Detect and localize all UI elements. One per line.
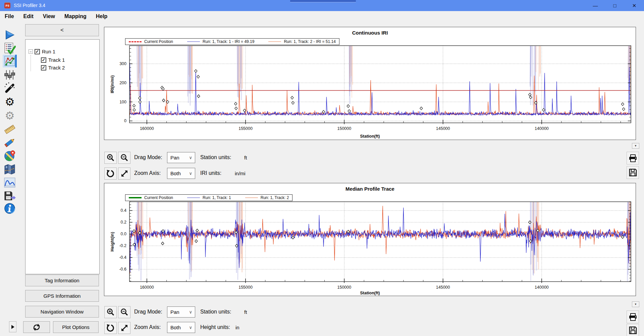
tree-item-track2[interactable]: ✓ Track 2	[41, 65, 65, 70]
auto-process-button[interactable]	[3, 81, 17, 94]
collapse-sidebar-button[interactable]: <	[25, 24, 99, 36]
maximize-button[interactable]: □	[605, 0, 625, 11]
gear-outline-icon: ⚙	[5, 96, 15, 107]
settings-button[interactable]: ⚙	[3, 109, 17, 122]
report-button[interactable]	[3, 42, 17, 55]
chart2-print-button[interactable]	[627, 310, 639, 323]
zoom-out-icon	[120, 308, 128, 316]
track2-checkbox[interactable]: ✓	[41, 65, 46, 70]
chart2-zoom-axis-select[interactable]: Both ∨	[167, 322, 195, 333]
svg-text:0.2: 0.2	[121, 220, 126, 225]
chart1-zoom-in-button[interactable]	[104, 152, 117, 164]
navigation-window-button[interactable]: Navigation Window	[25, 306, 99, 318]
undo-icon	[106, 324, 115, 332]
app-icon: P3	[4, 3, 10, 8]
adjust-button[interactable]	[3, 68, 17, 81]
sliders-icon	[4, 69, 15, 80]
drag-mode-value: Pan	[170, 309, 179, 315]
chart2-zoom-axis-label: Zoom Axis:	[134, 324, 161, 330]
zoom-in-icon	[107, 154, 115, 162]
chevron-down-icon: ∨	[189, 309, 192, 315]
svg-text:150000: 150000	[337, 126, 352, 131]
svg-text:-0.2: -0.2	[119, 243, 126, 248]
tag-information-button[interactable]: Tag Information	[25, 275, 99, 286]
tree-item-track1[interactable]: ✓ Track 1	[41, 57, 65, 63]
menu-file[interactable]: File	[5, 13, 14, 19]
chevron-down-icon: ∨	[189, 325, 192, 330]
continuous-iri-plot[interactable]: 1600001550001500001450001400000100200300…	[104, 27, 636, 141]
svg-text:-0.4: -0.4	[119, 255, 126, 260]
folded-map-icon	[4, 163, 16, 175]
chart1-zoom-axis-label: Zoom Axis:	[134, 170, 161, 176]
measure-button[interactable]	[3, 123, 17, 136]
chart1-drag-mode-select[interactable]: Pan ∨	[167, 152, 195, 163]
median-profile-panel: Median Profile Trace Current PositionRun…	[104, 183, 636, 296]
menu-bar: File Edit View Mapping Help	[0, 11, 644, 22]
export-button[interactable]	[3, 190, 17, 202]
tree-collapse-icon[interactable]: −	[29, 49, 33, 54]
chart2-options-dropdown[interactable]: ▼	[632, 301, 639, 307]
run1-checkbox[interactable]: ✓	[35, 49, 40, 54]
chart2-save-button[interactable]	[627, 324, 639, 336]
tree-item-run1[interactable]: − ✓ Run 1	[29, 49, 55, 54]
menu-edit[interactable]: Edit	[23, 13, 34, 19]
median-profile-plot[interactable]: 1600001550001500001450001400000.40.20.0-…	[104, 183, 636, 297]
run-button[interactable]	[3, 29, 17, 41]
chart2-reset-button[interactable]	[104, 322, 117, 334]
save-icon	[629, 168, 637, 177]
refresh-button[interactable]	[23, 321, 50, 333]
pencil-icon	[4, 137, 16, 148]
gear-icon: ⚙	[5, 110, 15, 121]
menu-help[interactable]: Help	[96, 13, 108, 19]
chart2-drag-mode-select[interactable]: Pan ∨	[167, 306, 195, 318]
chart2-drag-mode-label: Drag Mode:	[134, 309, 162, 315]
about-button[interactable]	[3, 202, 17, 215]
arrow-right-icon	[11, 325, 14, 329]
magic-wand-icon	[4, 82, 15, 93]
svg-text:0: 0	[124, 118, 126, 123]
tree-label-run1: Run 1	[42, 49, 55, 54]
annotate-button[interactable]	[3, 136, 17, 149]
check-icon: ✓	[36, 49, 39, 54]
settings-outline-button[interactable]: ⚙	[3, 95, 17, 108]
undo-icon	[106, 170, 115, 178]
chart2-zoom-in-button[interactable]	[104, 306, 117, 318]
plot-view-button[interactable]	[3, 55, 17, 67]
chart1-options-dropdown[interactable]: ▼	[632, 143, 639, 149]
plot-options-button[interactable]: Plot Options	[53, 321, 99, 333]
gps-information-button[interactable]: GPS Information	[25, 290, 99, 302]
expand-panel-button[interactable]	[9, 321, 16, 332]
svg-text:155000: 155000	[238, 285, 253, 290]
track1-checkbox[interactable]: ✓	[41, 57, 46, 63]
tree-label-track1: Track 1	[48, 57, 65, 63]
chart1-zoom-axis-select[interactable]: Both ∨	[167, 168, 195, 179]
svg-text:145000: 145000	[436, 285, 450, 290]
chevron-down-icon: ∨	[189, 155, 192, 160]
check-icon: ✓	[42, 57, 46, 62]
chart1-print-button[interactable]	[627, 152, 639, 164]
chart1-save-button[interactable]	[627, 166, 639, 179]
map-view-button[interactable]	[3, 163, 17, 176]
chart2-height-units-label: Height units:	[200, 324, 230, 330]
profile-trace-icon	[4, 177, 16, 188]
window-controls: — □ ✕	[586, 0, 644, 11]
plot-svg: 1600001550001500001450001400000100200300…	[104, 27, 636, 140]
tree-label-track2: Track 2	[48, 65, 65, 70]
menu-view[interactable]: View	[43, 13, 55, 19]
menu-mapping[interactable]: Mapping	[64, 13, 87, 19]
chart1-zoom-out-button[interactable]	[118, 152, 130, 164]
svg-text:140000: 140000	[535, 126, 549, 131]
close-button[interactable]: ✕	[625, 0, 644, 11]
window-title: SSI Profiler 3.4	[14, 3, 45, 8]
minimize-button[interactable]: —	[586, 0, 605, 11]
ruler-icon	[4, 124, 16, 135]
chart1-fit-button[interactable]	[118, 167, 130, 180]
chart1-reset-button[interactable]	[104, 167, 117, 180]
profile-view-button[interactable]	[3, 176, 17, 189]
print-icon	[629, 313, 637, 321]
chart2-zoom-out-button[interactable]	[118, 306, 130, 318]
chart2-station-units-label: Station units:	[200, 309, 231, 315]
chart2-fit-button[interactable]	[118, 322, 130, 334]
google-maps-button[interactable]	[3, 149, 17, 162]
title-bar[interactable]: P3 SSI Profiler 3.4 — □ ✕	[0, 0, 644, 11]
